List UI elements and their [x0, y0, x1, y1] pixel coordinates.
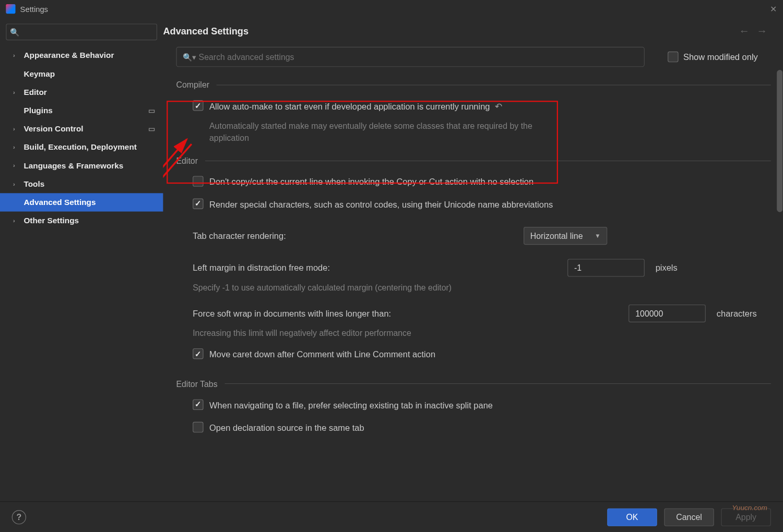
- show-modified-only[interactable]: Show modified only: [668, 52, 757, 62]
- content: Advanced Settings ← → 🔍▾ Show modified o…: [163, 18, 782, 501]
- app-icon: [6, 4, 15, 14]
- tab-rendering-select[interactable]: Horizontal line ▼: [524, 227, 607, 245]
- sidebar-item-label: Other Settings: [23, 216, 79, 225]
- render-special-checkbox[interactable]: [193, 198, 203, 209]
- soft-wrap-desc: Increasing this limit will negatively af…: [193, 327, 525, 340]
- advanced-search-input[interactable]: [199, 52, 638, 62]
- sidebar-item-plugins[interactable]: Plugins▭: [0, 101, 163, 119]
- section-title: Editor: [176, 156, 770, 165]
- section-title: Compiler: [176, 80, 770, 89]
- setting-soft-wrap: Force soft wrap in documents with lines …: [193, 305, 771, 322]
- section-title-text: Compiler: [176, 80, 209, 89]
- dont-copy-label: Don't copy/cut the current line when inv…: [209, 176, 533, 189]
- titlebar: Settings ✕: [0, 0, 783, 18]
- allow-automake-desc: Automatically started make may eventuall…: [209, 119, 541, 145]
- chevron-down-icon: ▼: [595, 232, 600, 238]
- search-icon: 🔍: [10, 28, 19, 37]
- tab-rendering-label: Tab character rendering:: [193, 231, 286, 240]
- sidebar-item-label: Editor: [23, 88, 46, 96]
- divider: [224, 383, 771, 384]
- cancel-button[interactable]: Cancel: [664, 508, 714, 526]
- sidebar-item-advanced-settings[interactable]: Advanced Settings: [0, 193, 163, 211]
- sidebar: 🔍 ›Appearance & Behavior Keymap ›Editor …: [0, 18, 163, 501]
- section-title-text: Editor Tabs: [176, 379, 217, 389]
- sidebar-item-label: Languages & Frameworks: [23, 161, 123, 170]
- sidebar-item-build[interactable]: ›Build, Execution, Deployment: [0, 138, 163, 156]
- allow-automake-checkbox[interactable]: [193, 100, 203, 111]
- sidebar-item-label: Build, Execution, Deployment: [23, 143, 136, 152]
- sidebar-item-keymap[interactable]: Keymap: [0, 65, 163, 83]
- sidebar-item-label: Plugins: [23, 106, 52, 115]
- chevron-right-icon: ›: [13, 180, 15, 187]
- setting-move-caret: Move caret down after Comment with Line …: [193, 348, 771, 361]
- prefer-existing-checkbox[interactable]: [193, 399, 203, 409]
- settings-tree: ›Appearance & Behavior Keymap ›Editor Pl…: [0, 46, 163, 230]
- left-margin-unit: pixels: [656, 263, 678, 272]
- gear-icon: ▭: [148, 125, 155, 133]
- search-row: 🔍▾ Show modified only: [176, 44, 782, 75]
- content-header: Advanced Settings ← →: [163, 18, 782, 44]
- chevron-right-icon: ›: [13, 126, 15, 132]
- advanced-search-field[interactable]: 🔍▾: [176, 47, 644, 67]
- setting-dont-copy: Don't copy/cut the current line when inv…: [193, 176, 771, 189]
- footer: ? OK Cancel Apply: [0, 501, 783, 532]
- sidebar-item-other-settings[interactable]: ›Other Settings: [0, 212, 163, 230]
- section-compiler: Compiler Allow auto-make to start even i…: [176, 80, 770, 145]
- setting-render-special: Render special characters, such as contr…: [193, 198, 771, 211]
- sidebar-item-label: Advanced Settings: [23, 198, 96, 207]
- scrollbar[interactable]: [777, 70, 782, 212]
- setting-allow-automake: Allow auto-make to start even if develop…: [193, 100, 771, 114]
- search-icon: 🔍▾: [183, 53, 196, 62]
- ok-button[interactable]: OK: [607, 508, 657, 526]
- sidebar-item-label: Version Control: [23, 125, 83, 134]
- soft-wrap-input[interactable]: 100000: [629, 305, 706, 322]
- chevron-right-icon: ›: [13, 144, 15, 150]
- page-title: Advanced Settings: [163, 26, 248, 36]
- forward-icon[interactable]: →: [757, 25, 767, 38]
- chevron-right-icon: ›: [13, 217, 15, 224]
- left-margin-input[interactable]: -1: [568, 259, 645, 276]
- show-modified-checkbox[interactable]: [668, 52, 678, 62]
- left-margin-desc: Specify -1 to use automatically calculat…: [193, 281, 525, 294]
- allow-automake-label: Allow auto-make to start even if develop…: [209, 100, 502, 114]
- sidebar-item-languages[interactable]: ›Languages & Frameworks: [0, 156, 163, 175]
- open-decl-checkbox[interactable]: [193, 421, 203, 432]
- sidebar-item-tools[interactable]: ›Tools: [0, 175, 163, 193]
- settings-scroll[interactable]: Compiler Allow auto-make to start even i…: [163, 75, 782, 501]
- prefer-existing-label: When navigating to a file, prefer select…: [209, 399, 493, 412]
- settings-window: Settings ✕ 🔍 ›Appearance & Behavior Keym…: [0, 0, 783, 532]
- help-button[interactable]: ?: [12, 510, 26, 524]
- chevron-right-icon: ›: [13, 52, 15, 58]
- chevron-right-icon: ›: [13, 89, 15, 95]
- close-icon[interactable]: ✕: [770, 4, 777, 14]
- sidebar-item-editor[interactable]: ›Editor: [0, 83, 163, 101]
- section-title: Editor Tabs: [176, 379, 770, 389]
- chevron-right-icon: ›: [13, 162, 15, 168]
- sidebar-item-appearance[interactable]: ›Appearance & Behavior: [0, 46, 163, 65]
- main-area: 🔍 ›Appearance & Behavior Keymap ›Editor …: [0, 18, 783, 501]
- divider: [217, 84, 771, 85]
- gear-icon: ▭: [148, 106, 155, 115]
- dont-copy-checkbox[interactable]: [193, 176, 203, 187]
- setting-tab-rendering: Tab character rendering: Horizontal line…: [193, 227, 771, 245]
- reset-icon[interactable]: ↶: [495, 101, 503, 111]
- sidebar-item-vcs[interactable]: ›Version Control▭: [0, 119, 163, 138]
- setting-prefer-existing: When navigating to a file, prefer select…: [193, 399, 771, 412]
- divider: [205, 160, 771, 161]
- setting-left-margin: Left margin in distraction free mode: -1…: [193, 259, 771, 276]
- back-icon[interactable]: ←: [739, 25, 749, 38]
- watermark: Yuucn.com: [732, 504, 767, 512]
- left-margin-label: Left margin in distraction free mode:: [193, 263, 330, 272]
- tab-rendering-value: Horizontal line: [530, 231, 583, 240]
- soft-wrap-unit: characters: [717, 309, 757, 318]
- open-decl-label: Open declaration source in the same tab: [209, 421, 364, 434]
- sidebar-search[interactable]: 🔍: [6, 23, 157, 40]
- nav-arrows: ← →: [739, 25, 770, 38]
- soft-wrap-label: Force soft wrap in documents with lines …: [193, 309, 391, 318]
- window-title: Settings: [20, 5, 48, 14]
- setting-open-decl: Open declaration source in the same tab: [193, 421, 771, 434]
- render-special-label: Render special characters, such as contr…: [209, 198, 553, 211]
- move-caret-checkbox[interactable]: [193, 348, 203, 359]
- section-editor: Editor Don't copy/cut the current line w…: [176, 156, 770, 361]
- sidebar-item-label: Tools: [23, 179, 44, 188]
